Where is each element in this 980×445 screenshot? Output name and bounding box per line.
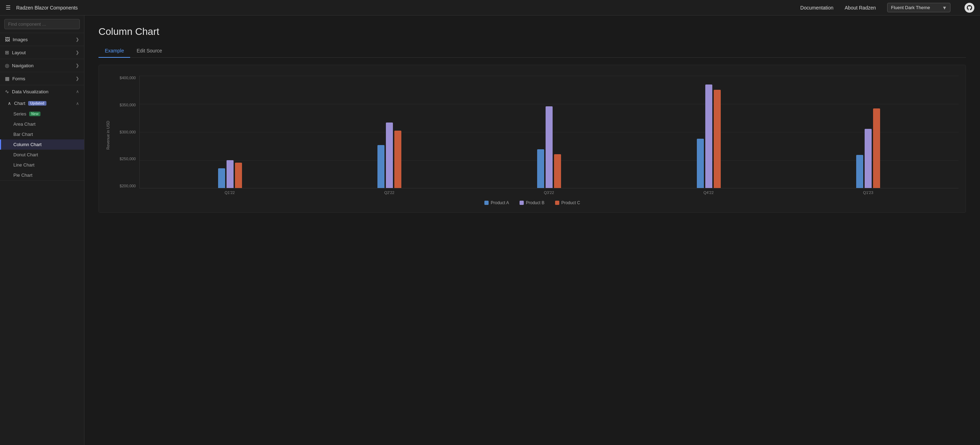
- sidebar-item-series[interactable]: Series New: [0, 109, 84, 119]
- bar-chart-label: Bar Chart: [13, 132, 33, 137]
- legend-label: Product B: [526, 200, 544, 205]
- sidebar-item-bar-chart[interactable]: Bar Chart: [0, 129, 84, 139]
- app-title: Radzen Blazor Components: [16, 5, 78, 11]
- sidebar-group-header-images[interactable]: 🖼 Images ❯: [0, 33, 84, 46]
- sidebar-group-header-forms[interactable]: ▦ Forms ❯: [0, 72, 84, 85]
- sidebar-group-label-forms: Forms: [12, 76, 25, 81]
- chart-inner: $200,000$250,000$300,000$350,000$400,000…: [113, 76, 959, 195]
- sidebar-group-navigation: ◎ Navigation ❯: [0, 59, 84, 72]
- legend-label: Product A: [491, 200, 509, 205]
- theme-selector[interactable]: Fluent Dark Theme Fluent Light Theme Mat…: [887, 3, 950, 12]
- area-chart-label: Area Chart: [13, 121, 35, 127]
- sidebar-group-header-layout[interactable]: ⊞ Layout ❯: [0, 46, 84, 59]
- sidebar-group-data-viz: ∿ Data Visualization ∧ ∧ Chart Updated ∧…: [0, 85, 84, 180]
- chevron-images: ❯: [76, 37, 79, 42]
- legend-color: [484, 201, 488, 205]
- sidebar-group-label-images: Images: [13, 37, 28, 42]
- tabs: Example Edit Source: [99, 45, 966, 58]
- header-nav: Documentation About Radzen Fluent Dark T…: [800, 3, 974, 13]
- bar-a: [856, 155, 863, 188]
- legend-color: [520, 201, 524, 205]
- pie-chart-label: Pie Chart: [13, 172, 32, 178]
- sidebar-item-line-chart[interactable]: Line Chart: [0, 160, 84, 170]
- chevron-layout: ❯: [76, 50, 79, 55]
- chart-plot: $200,000$250,000$300,000$350,000$400,000: [139, 76, 959, 188]
- bar-c: [873, 108, 880, 188]
- quarter-group: [788, 76, 948, 188]
- legend-item: Product A: [484, 200, 509, 205]
- legend-item: Product C: [555, 200, 580, 205]
- y-tick: $300,000: [113, 130, 138, 134]
- series-label: Series: [13, 111, 26, 116]
- quarter-group: [469, 76, 629, 188]
- chart-legend: Product AProduct BProduct C: [106, 200, 959, 205]
- line-chart-label: Line Chart: [13, 162, 35, 167]
- sidebar-chart-header[interactable]: ∧ Chart Updated ∧: [0, 98, 84, 109]
- y-tick: $400,000: [113, 76, 138, 80]
- bar-b: [865, 129, 872, 188]
- bar-a: [537, 149, 544, 188]
- x-tick: Q2'22: [310, 190, 469, 195]
- sidebar-group-header-navigation[interactable]: ◎ Navigation ❯: [0, 59, 84, 72]
- bars-container: [140, 76, 959, 188]
- menu-icon[interactable]: ☰: [6, 4, 11, 11]
- x-tick: Q4'22: [628, 190, 788, 195]
- x-tick: Q1'23: [788, 190, 948, 195]
- x-axis: Q1'22Q2'22Q3'22Q4'22Q1'23: [139, 188, 959, 195]
- page-title: Column Chart: [99, 26, 966, 37]
- y-tick: $350,000: [113, 103, 138, 107]
- series-new-badge: New: [29, 112, 41, 116]
- chevron-chart: ∧: [76, 101, 79, 106]
- quarter-group: [310, 76, 469, 188]
- bar-c: [235, 163, 242, 188]
- theme-selector-wrapper: Fluent Dark Theme Fluent Light Theme Mat…: [887, 3, 950, 12]
- sidebar-group-header-data-viz[interactable]: ∿ Data Visualization ∧: [0, 85, 84, 98]
- navigation-icon: ◎: [5, 63, 9, 68]
- y-axis-label: Revenue in USD: [106, 76, 110, 195]
- sidebar-item-donut-chart[interactable]: Donut Chart: [0, 150, 84, 160]
- quarter-group: [150, 76, 310, 188]
- bar-b: [546, 106, 553, 188]
- chart-label: Chart: [14, 101, 25, 106]
- sidebar-item-area-chart[interactable]: Area Chart: [0, 119, 84, 129]
- bar-b: [386, 123, 393, 188]
- chart-expand-icon: ∧: [8, 101, 11, 106]
- header: ☰ Radzen Blazor Components Documentation…: [0, 0, 980, 16]
- sidebar-item-column-chart[interactable]: Column Chart: [0, 139, 84, 150]
- bar-b: [705, 85, 712, 188]
- content-area: Column Chart Example Edit Source Revenue…: [84, 16, 980, 445]
- bar-c: [395, 131, 401, 188]
- sidebar-group-label-navigation: Navigation: [12, 63, 33, 68]
- github-icon[interactable]: [964, 3, 974, 13]
- forms-icon: ▦: [5, 76, 10, 81]
- bar-a: [697, 139, 704, 188]
- x-tick: Q3'22: [469, 190, 629, 195]
- legend-color: [555, 201, 559, 205]
- quarter-group: [629, 76, 789, 188]
- sidebar-item-pie-chart[interactable]: Pie Chart: [0, 170, 84, 180]
- donut-chart-label: Donut Chart: [13, 152, 38, 157]
- layout-icon: ⊞: [5, 49, 9, 55]
- chevron-navigation: ❯: [76, 63, 79, 68]
- bar-b: [226, 160, 234, 188]
- bar-a: [218, 168, 225, 188]
- tab-example[interactable]: Example: [99, 45, 130, 58]
- y-tick: $250,000: [113, 157, 138, 161]
- sidebar-search-area: [0, 16, 84, 33]
- tab-edit-source[interactable]: Edit Source: [130, 45, 168, 58]
- legend-label: Product C: [562, 200, 580, 205]
- sidebar-group-label-data-viz: Data Visualization: [12, 89, 49, 94]
- nav-documentation[interactable]: Documentation: [800, 5, 833, 11]
- search-input[interactable]: [4, 19, 80, 29]
- main-layout: 🖼 Images ❯ ⊞ Layout ❯ ◎ Navigation: [0, 16, 980, 445]
- column-chart-label: Column Chart: [13, 142, 41, 147]
- sidebar: 🖼 Images ❯ ⊞ Layout ❯ ◎ Navigation: [0, 16, 84, 445]
- y-tick: $200,000: [113, 184, 138, 188]
- data-viz-icon: ∿: [5, 89, 9, 94]
- nav-about-radzen[interactable]: About Radzen: [845, 5, 876, 11]
- bar-c: [714, 90, 721, 188]
- chart-container: Revenue in USD $200,000$250,000$300,000$…: [99, 65, 966, 213]
- legend-item: Product B: [520, 200, 544, 205]
- chevron-forms: ❯: [76, 76, 79, 81]
- images-icon: 🖼: [5, 37, 10, 42]
